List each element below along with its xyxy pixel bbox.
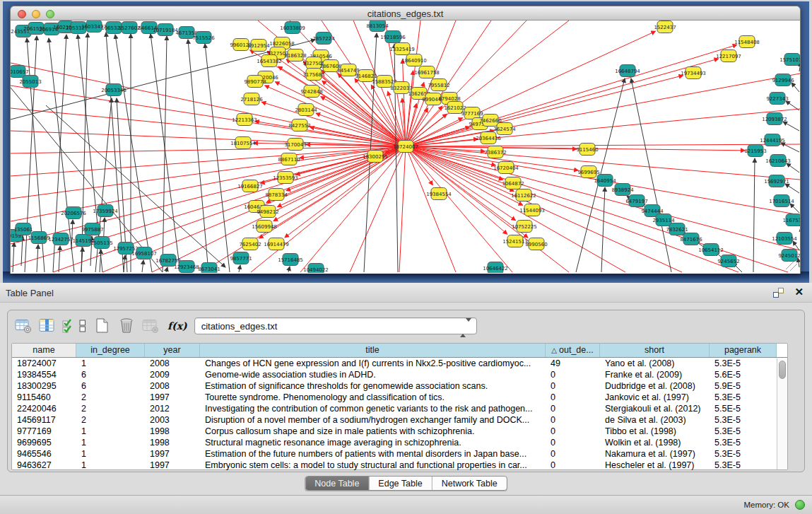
table-cell: Investigating the contribution of common… (200, 403, 546, 414)
table-row[interactable]: 977716911998Corpus callosum shape and si… (12, 426, 787, 437)
graph-node-label: 10752225 (512, 224, 537, 230)
column-header-out_de[interactable]: △out_de... (546, 344, 600, 357)
table-cell: 0 (546, 369, 600, 380)
table-row[interactable]: 911546021997Tourette syndrome. Phenomeno… (12, 392, 787, 403)
graph-edge (790, 264, 797, 271)
table-cell: 5.9E-5 (710, 380, 777, 392)
graph-node-label: 18226058 (269, 41, 295, 47)
graph-edge (11, 86, 406, 146)
graph-node-label: 10719184 (153, 28, 178, 33)
table-settings-icon[interactable] (13, 317, 33, 335)
graph-node-label: 9498212 (257, 209, 278, 215)
graph-node-label: 12923468 (174, 264, 199, 270)
table-cell: Corpus callosum shape and size in male p… (200, 426, 546, 437)
column-header-in_degree[interactable]: in_degree (76, 344, 145, 357)
table-scrollbar-thumb[interactable] (779, 361, 786, 379)
table-row[interactable]: 969969511998Structural magnetic resonanc… (12, 437, 787, 448)
graph-edge (785, 184, 799, 193)
graph-node-label: 135061 (14, 227, 33, 233)
new-table-icon[interactable] (93, 317, 112, 335)
table-cell: 1 (76, 358, 145, 369)
graph-node-label: 16112622 (511, 193, 536, 199)
column-header-year[interactable]: year (145, 344, 200, 357)
table-cell: 9463627 (12, 460, 76, 471)
graph-edge (631, 78, 671, 272)
table-cell: 1 (76, 426, 145, 437)
select-columns-icon[interactable] (61, 317, 73, 335)
graph-node-label: 16782759 (155, 258, 181, 264)
sort-ascending-icon: △ (551, 346, 557, 354)
table-column-icon[interactable] (37, 317, 57, 335)
graph-node-label: 1640954 (594, 178, 616, 184)
graph-edge (71, 220, 73, 250)
table-row[interactable]: 1456911722003Disruption of a novel membe… (12, 414, 787, 426)
table-panel-inset: f(x) citations_edges.txt namein_degreeye… (7, 310, 805, 472)
graph-node-label: 20364436 (476, 136, 501, 141)
table-cell: 0 (546, 426, 600, 437)
table-cell: 1997 (145, 392, 200, 403)
float-panel-icon[interactable] (773, 288, 784, 298)
table-cell: 22420046 (12, 403, 76, 414)
column-header-pagerank[interactable]: pagerank (710, 344, 777, 357)
graph-node-label: 12444195 (760, 138, 785, 144)
graph-node-label: 7462660 (479, 118, 501, 124)
table-row[interactable]: 2242004622012Investigating the contribut… (12, 403, 787, 414)
graph-node-label: 12353593 (273, 175, 298, 181)
table-cell: 1 (76, 460, 145, 471)
graph-node-label: 9699695 (577, 170, 599, 175)
graph-node-label: 10494022 (303, 267, 329, 273)
close-panel-icon[interactable]: ✕ (794, 286, 804, 298)
table-row[interactable]: 946362711997Embryonic stem cells: a mode… (12, 460, 787, 471)
column-header-name[interactable]: name (12, 344, 76, 357)
table-cell: 2 (76, 414, 145, 426)
graph-node-label: 11544093 (519, 208, 545, 214)
table-row[interactable]: 1830029562008Estimation of significance … (12, 380, 787, 392)
graph-node-label: 3170043 (284, 142, 306, 148)
column-header-short[interactable]: short (600, 344, 710, 357)
table-selector-dropdown[interactable]: citations_edges.txt (194, 317, 477, 334)
table-row[interactable]: 946554611997Estimation of the future num… (12, 448, 787, 460)
row-height-icon[interactable] (77, 317, 88, 335)
graph-node-label: 12103554 (772, 236, 797, 242)
graph-edge (188, 40, 208, 272)
graph-edge (798, 258, 799, 267)
table-cell: 2009 (145, 369, 200, 380)
graph-node-label: 13325419 (389, 47, 415, 52)
tab-edge-table[interactable]: Edge Table (369, 477, 432, 490)
tab-network-table[interactable]: Network Table (433, 477, 507, 490)
network-canvas[interactable]: 2435572420615397206914061602150620533277… (10, 21, 801, 274)
table-cell: 5.3E-5 (710, 426, 777, 437)
graph-node-label: 8878334 (265, 192, 288, 198)
column-header-title[interactable]: title (200, 344, 546, 357)
table-cell: 2 (76, 403, 145, 414)
graph-node-label: 8990560 (525, 242, 547, 247)
graph-node-label: 8938924 (611, 187, 634, 193)
graph-node-label: 2055013 (19, 79, 41, 85)
network-window-titlebar[interactable]: citations_edges.txt (10, 6, 801, 21)
graph-node-label: 7515526 (192, 35, 215, 41)
delete-table-icon[interactable] (141, 317, 160, 335)
graph-edge (11, 131, 406, 146)
app-frame-top (0, 0, 812, 1)
citation-graph[interactable]: 2435572420615397206914061602150620533277… (11, 21, 800, 273)
graph-node-label: 3624574 (493, 127, 516, 132)
graph-node-label: 9777169 (461, 111, 483, 117)
table-cell: 6 (76, 369, 145, 380)
graph-node-label: 18107554 (230, 141, 256, 146)
graph-node-label: 2718126 (240, 97, 263, 103)
tab-node-table[interactable]: Node Table (305, 477, 369, 490)
graph-node-label: 1621022 (444, 105, 466, 111)
table-row[interactable]: 1872400712008Changes of HCN gene express… (12, 358, 787, 369)
graph-node-label: 1156869 (28, 235, 49, 241)
graph-node-label: 15883520 (372, 79, 397, 85)
cytoscape-app: citations_edges.txt 24355724206153972069… (0, 0, 812, 514)
graph-edge (406, 144, 800, 146)
table-scrollbar[interactable] (777, 358, 787, 469)
function-builder-icon[interactable]: f(x) (167, 320, 187, 332)
graph-node-label: 2935114 (652, 218, 675, 223)
delete-rows-icon[interactable] (117, 317, 136, 335)
table-row[interactable]: 1938455462009Genome-wide association stu… (12, 369, 787, 380)
table-cell: Jankovic et al. (1997) (600, 392, 710, 403)
table-cell: 18724007 (12, 358, 76, 369)
graph-node-label: 12093872 (762, 117, 787, 122)
